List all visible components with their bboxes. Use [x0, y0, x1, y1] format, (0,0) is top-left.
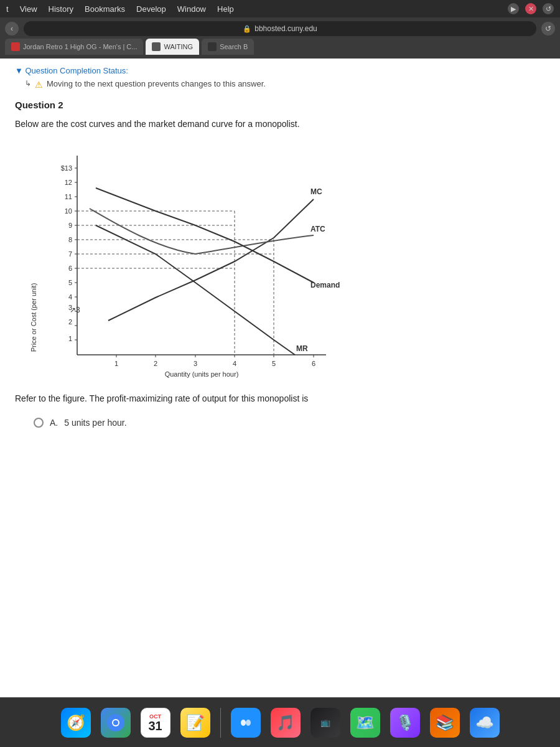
chart-wrapper: Price or Cost (per unit) $13 12 11	[27, 143, 351, 380]
svg-text:1: 1	[68, 335, 72, 342]
svg-text:9: 9	[68, 222, 72, 229]
tab1-label: Jordan Retro 1 High OG - Men's | C...	[23, 43, 137, 50]
menu-history[interactable]: History	[49, 4, 73, 14]
warning-icon: ⚠	[35, 80, 43, 90]
dock-notes[interactable]: 📝	[178, 705, 213, 740]
svg-text:$13: $13	[61, 164, 72, 172]
close-circle-icon: ✕	[525, 3, 536, 14]
cal-month: OCT	[149, 713, 161, 720]
maps-icon: 🗺️	[350, 708, 380, 738]
dock-chrome[interactable]	[98, 705, 133, 740]
answer-label-a: A.	[50, 418, 58, 428]
svg-text:5: 5	[272, 360, 276, 367]
finder-icon	[231, 708, 261, 738]
icloud-icon: ☁️	[470, 708, 500, 738]
main-content: ▼ Question Completion Status: ↳ ⚠ Moving…	[0, 56, 560, 747]
svg-text:1: 1	[114, 360, 118, 367]
dock-calendar[interactable]: OCT 31	[138, 705, 173, 740]
menu-bar-right: ▶ ✕ ↺	[508, 3, 554, 14]
svg-text:2: 2	[154, 360, 157, 367]
menu-bookmarks[interactable]: Bookmarks	[85, 4, 125, 14]
tab3-favicon	[208, 42, 217, 51]
svg-text:↗3: ↗3	[70, 306, 80, 314]
warning-text: Moving to the next question prevents cha…	[47, 79, 266, 88]
question-text: Below are the cost curves and the market…	[15, 118, 545, 131]
browser-chrome: ‹ 🔒 bbhosted.cuny.edu ↺ Jordan Retro 1 H…	[0, 17, 560, 59]
svg-text:11: 11	[65, 193, 72, 200]
dock-podcasts[interactable]: 🎙️	[388, 705, 422, 740]
tab2-label: WAITING	[164, 43, 193, 50]
page-content: ▼ Question Completion Status: ↳ ⚠ Moving…	[0, 56, 560, 747]
svg-text:MR: MR	[296, 344, 308, 353]
refer-text: Refer to the figure. The profit-maximizi…	[15, 392, 545, 405]
back-button[interactable]: ‹	[5, 22, 19, 35]
calendar-icon: OCT 31	[141, 708, 170, 738]
arrow-icon: ↳	[25, 79, 31, 88]
menu-window[interactable]: Window	[177, 4, 206, 14]
menu-view[interactable]: View	[20, 4, 37, 14]
dock-tv[interactable]: 📺	[308, 705, 343, 740]
dock-icloud[interactable]: ☁️	[467, 705, 502, 740]
address-text: bbhosted.cuny.edu	[254, 24, 317, 33]
svg-text:4: 4	[68, 293, 72, 301]
browser-toolbar: ‹ 🔒 bbhosted.cuny.edu ↺	[5, 21, 555, 36]
dock-divider	[220, 708, 221, 738]
chart-container: Price or Cost (per unit) $13 12 11	[15, 143, 545, 380]
books-icon: 📚	[430, 708, 460, 738]
safari-icon: 🧭	[61, 708, 91, 738]
radio-a[interactable]	[34, 418, 44, 428]
svg-text:3: 3	[194, 360, 197, 367]
nav-icon: ▶	[508, 3, 519, 14]
lock-icon: 🔒	[243, 25, 251, 33]
dock-maps[interactable]: 🗺️	[348, 705, 383, 740]
svg-text:8: 8	[68, 236, 72, 243]
question-number: Question 2	[15, 100, 545, 110]
tab-search[interactable]: Search B	[202, 39, 254, 55]
dock-books[interactable]: 📚	[427, 705, 462, 740]
menu-t[interactable]: t	[6, 4, 9, 14]
menu-bar: t View History Bookmarks Develop Window …	[0, 0, 560, 17]
answer-option-a[interactable]: A. 5 units per hour.	[15, 418, 545, 428]
chrome-icon	[101, 708, 131, 738]
svg-text:7: 7	[68, 250, 72, 258]
tab1-favicon	[11, 42, 20, 51]
notes-icon: 📝	[180, 708, 210, 738]
dock-safari[interactable]: 🧭	[58, 705, 93, 740]
svg-text:10: 10	[65, 207, 72, 215]
svg-text:2: 2	[68, 318, 72, 326]
svg-point-56	[113, 720, 118, 725]
dock-music[interactable]: 🎵	[268, 705, 303, 740]
svg-point-58	[241, 720, 246, 726]
tab-jordan[interactable]: Jordan Retro 1 High OG - Men's | C...	[5, 39, 143, 55]
reload-button[interactable]: ↺	[541, 22, 555, 35]
menu-develop[interactable]: Develop	[136, 4, 166, 14]
answer-value-a: 5 units per hour.	[64, 418, 126, 428]
svg-text:12: 12	[65, 179, 72, 186]
svg-text:ATC: ATC	[310, 225, 325, 233]
warning-box: ↳ ⚠ Moving to the next question prevents…	[15, 79, 545, 90]
refresh-icon[interactable]: ↺	[543, 3, 554, 14]
svg-text:6: 6	[68, 265, 72, 272]
economics-chart: Price or Cost (per unit) $13 12 11	[27, 143, 351, 380]
completion-status[interactable]: ▼ Question Completion Status:	[15, 66, 545, 75]
svg-text:Demand: Demand	[310, 281, 340, 289]
svg-text:6: 6	[312, 360, 315, 367]
podcasts-icon: 🎙️	[390, 708, 420, 738]
tv-icon: 📺	[310, 708, 340, 738]
svg-text:Price or Cost (per unit): Price or Cost (per unit)	[30, 283, 37, 352]
svg-text:MC: MC	[310, 187, 322, 196]
tab-waiting[interactable]: WAITING	[146, 39, 199, 55]
tab3-label: Search B	[220, 43, 248, 50]
svg-text:4: 4	[233, 360, 236, 367]
menu-help[interactable]: Help	[217, 4, 234, 14]
svg-point-59	[246, 720, 251, 726]
address-bar[interactable]: 🔒 bbhosted.cuny.edu	[24, 21, 536, 36]
dock: 🧭 OCT 31 📝 🎵	[0, 697, 560, 747]
dock-finder[interactable]	[228, 705, 263, 740]
svg-text:Quantity (units per hour): Quantity (units per hour)	[165, 370, 239, 378]
cal-day: 31	[148, 720, 162, 732]
tabs-row: Jordan Retro 1 High OG - Men's | C... WA…	[5, 39, 555, 55]
tab2-favicon	[152, 42, 161, 51]
svg-text:5: 5	[68, 279, 72, 286]
music-icon: 🎵	[271, 708, 301, 738]
